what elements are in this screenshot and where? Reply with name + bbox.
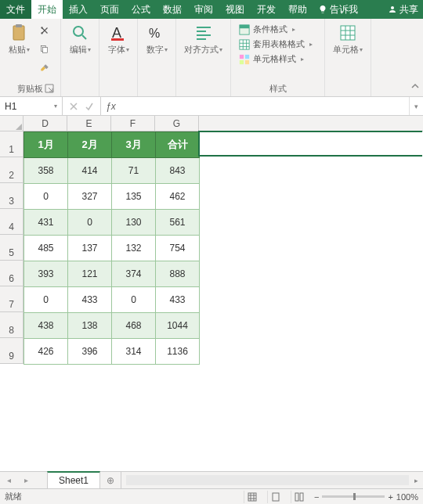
table-cell[interactable]: 314 (112, 339, 156, 365)
sheet-nav-next[interactable]: ▸ (17, 472, 34, 488)
tab-pagelayout[interactable]: 页面 (94, 0, 125, 19)
table-row[interactable]: 35841471843 (24, 158, 200, 184)
tab-review[interactable]: 审阅 (188, 0, 219, 19)
row-header[interactable]: 8 (0, 312, 24, 338)
collapse-ribbon-button[interactable] (410, 81, 420, 93)
table-cell[interactable]: 1044 (156, 313, 200, 339)
tell-me[interactable]: 告诉我 (313, 0, 363, 19)
cells-button[interactable]: 单元格▾ (330, 22, 366, 57)
view-break-button[interactable] (291, 491, 308, 503)
view-normal-button[interactable] (244, 491, 261, 503)
h-scrollbar[interactable]: ▸ (121, 472, 423, 488)
zoom-in-button[interactable]: + (388, 492, 392, 502)
table-cell[interactable]: 130 (112, 210, 156, 236)
table-cell[interactable]: 433 (156, 287, 200, 313)
formula-input[interactable] (121, 97, 409, 115)
table-row[interactable]: 4310130561 (24, 210, 200, 236)
table-cell[interactable]: 426 (24, 339, 68, 365)
table-cell[interactable]: 414 (68, 158, 112, 184)
data-table[interactable]: 1月2月3月合计35841471843032713546243101305614… (24, 131, 200, 365)
table-cell[interactable]: 485 (24, 236, 68, 261)
row-header[interactable]: 3 (0, 183, 24, 209)
sheet-tab-1[interactable]: Sheet1 (47, 471, 100, 488)
cancel-icon[interactable] (69, 102, 78, 111)
table-cell[interactable]: 431 (24, 210, 68, 236)
tab-view[interactable]: 视图 (219, 0, 251, 19)
table-header[interactable]: 合计 (156, 132, 200, 158)
table-cell[interactable]: 135 (112, 184, 156, 210)
table-header[interactable]: 1月 (24, 132, 68, 158)
table-row[interactable]: 4263963141136 (24, 339, 200, 365)
col-header[interactable]: G (155, 116, 199, 131)
table-cell[interactable]: 438 (24, 313, 68, 339)
zoom-slider[interactable] (322, 495, 385, 498)
col-header[interactable]: D (24, 116, 67, 131)
table-cell[interactable]: 396 (68, 339, 112, 365)
col-header[interactable]: E (67, 116, 111, 131)
table-row[interactable]: 393121374888 (24, 261, 200, 287)
table-cell[interactable]: 138 (68, 313, 112, 339)
row-header[interactable]: 2 (0, 157, 24, 183)
row-header[interactable]: 6 (0, 261, 24, 286)
zoom-controls[interactable]: − + 100% (314, 492, 418, 502)
table-cell[interactable]: 121 (68, 261, 112, 287)
select-all-corner[interactable] (0, 116, 24, 131)
format-painter-button[interactable] (36, 59, 53, 77)
tab-insert[interactable]: 插入 (63, 0, 94, 19)
grid-area[interactable]: DEFG 123456789 1月2月3月合计35841471843032713… (0, 116, 423, 471)
tab-developer[interactable]: 开发 (251, 0, 282, 19)
alignment-button[interactable]: 对齐方式▾ (181, 22, 226, 57)
table-row[interactable]: 485137132754 (24, 236, 200, 261)
table-cell[interactable]: 462 (156, 184, 200, 210)
paste-button[interactable]: 粘贴▾ (5, 22, 33, 57)
table-cell[interactable]: 132 (112, 236, 156, 261)
zoom-out-button[interactable]: − (314, 492, 319, 502)
table-cell[interactable]: 888 (156, 261, 200, 287)
table-cell[interactable]: 393 (24, 261, 68, 287)
tab-home[interactable]: 开始 (31, 0, 63, 19)
row-header[interactable]: 9 (0, 338, 24, 364)
zoom-level[interactable]: 100% (396, 492, 418, 502)
table-cell[interactable]: 358 (24, 158, 68, 184)
table-cell[interactable]: 137 (68, 236, 112, 261)
tab-data[interactable]: 数据 (157, 0, 188, 19)
share-button[interactable]: 共享 (383, 0, 423, 19)
tab-file[interactable]: 文件 (0, 0, 31, 19)
conditional-format-button[interactable]: 条件格式▸ (239, 23, 313, 35)
view-page-button[interactable] (267, 491, 284, 503)
col-header[interactable]: F (111, 116, 155, 131)
table-row[interactable]: 4381384681044 (24, 313, 200, 339)
row-header[interactable]: 5 (0, 235, 24, 261)
cut-button[interactable] (36, 22, 53, 39)
expand-formula-bar[interactable]: ▾ (409, 97, 423, 115)
table-cell[interactable]: 0 (112, 287, 156, 313)
table-cell[interactable]: 0 (68, 210, 112, 236)
table-header[interactable]: 3月 (112, 132, 156, 158)
fx-label[interactable]: ƒx (101, 97, 121, 115)
table-cell[interactable]: 327 (68, 184, 112, 210)
number-button[interactable]: % 数字▾ (143, 22, 171, 57)
table-cell[interactable]: 0 (24, 287, 68, 313)
table-cell[interactable]: 374 (112, 261, 156, 287)
table-cell[interactable]: 843 (156, 158, 200, 184)
table-header[interactable]: 2月 (68, 132, 112, 158)
table-cell[interactable]: 561 (156, 210, 200, 236)
name-box[interactable]: H1▾ (0, 97, 63, 115)
font-button[interactable]: A 字体▾ (104, 22, 132, 57)
sheet-nav-prev[interactable]: ◂ (0, 472, 17, 488)
row-header[interactable]: 1 (0, 131, 24, 157)
table-cell[interactable]: 71 (112, 158, 156, 184)
table-row[interactable]: 0327135462 (24, 184, 200, 210)
table-cell[interactable]: 433 (68, 287, 112, 313)
row-header[interactable]: 7 (0, 286, 24, 312)
cell-styles-button[interactable]: 单元格样式▸ (239, 53, 313, 65)
add-sheet-button[interactable]: ⊕ (100, 472, 121, 488)
find-button[interactable]: 编辑▾ (66, 22, 94, 57)
table-cell[interactable]: 0 (24, 184, 68, 210)
table-row[interactable]: 04330433 (24, 287, 200, 313)
tab-formulas[interactable]: 公式 (125, 0, 157, 19)
copy-button[interactable] (36, 41, 53, 58)
row-header[interactable]: 4 (0, 209, 24, 235)
tab-help[interactable]: 帮助 (282, 0, 313, 19)
table-cell[interactable]: 1136 (156, 339, 200, 365)
